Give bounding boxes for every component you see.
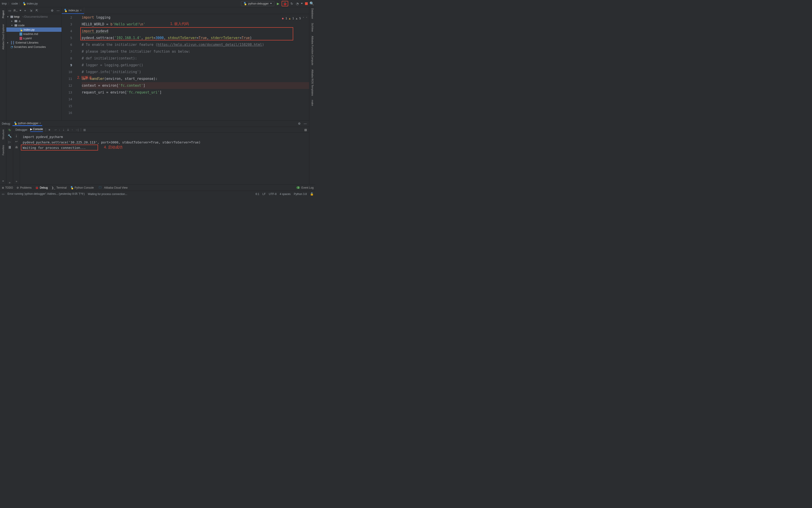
hide-icon[interactable]: —: [303, 122, 307, 126]
breadcrumb-code[interactable]: code: [11, 2, 18, 5]
code-editor[interactable]: ●1 ▲1 ▲5 ˄ ˅ import logging HELLO_WORLD …: [75, 14, 309, 120]
step-into-icon[interactable]: ↓: [59, 128, 60, 131]
chevron-down-icon[interactable]: ▾: [11, 24, 14, 27]
pause-button[interactable]: [9, 146, 11, 149]
debug-panel: Debug: python-debugger × ⚙ — ↻ 🔧 ▷ » Deb…: [0, 120, 309, 184]
event-log-tool[interactable]: Event Log: [301, 186, 314, 189]
force-step-icon[interactable]: ⇊: [67, 128, 69, 131]
warning-icon[interactable]: ▲: [289, 15, 290, 22]
collapse-all-icon[interactable]: ⇱: [35, 9, 39, 13]
evaluate-icon[interactable]: ▦: [83, 128, 86, 131]
database-tool-tab[interactable]: Database: [311, 8, 314, 19]
tree-file-index[interactable]: index.py: [6, 28, 61, 32]
resume-button[interactable]: ▷: [8, 140, 11, 144]
error-icon[interactable]: ●: [282, 15, 284, 22]
debug-config-tab[interactable]: python-debugger ×: [12, 121, 42, 126]
more-icon[interactable]: »: [16, 179, 17, 183]
select-opened-icon[interactable]: ⌖: [23, 9, 27, 13]
status-msg-2[interactable]: Waiting for process connection...: [88, 193, 127, 196]
event-count-badge: 1: [297, 186, 300, 189]
folder-icon: [10, 16, 13, 18]
alibaba-view-tool[interactable]: 〔〕Alibaba Cloud View: [97, 186, 128, 189]
tree-scratches[interactable]: ◔ Scratches and Consoles: [6, 45, 61, 49]
chevron-right-icon[interactable]: ▸: [11, 20, 14, 22]
cursor-position[interactable]: 6:1: [256, 193, 259, 196]
stop-button[interactable]: [305, 2, 308, 5]
tool-windows-icon[interactable]: ▭: [2, 193, 4, 196]
gear-icon[interactable]: ⚙: [297, 122, 301, 126]
chevron-right-icon[interactable]: ▸: [7, 41, 9, 44]
folder-icon: [14, 20, 17, 22]
tree-file-readme[interactable]: readme.md: [6, 32, 61, 36]
status-msg-1[interactable]: Error running 'python-debugger': Addres.…: [7, 192, 85, 196]
hide-icon[interactable]: —: [56, 9, 60, 13]
tree-file-syaml[interactable]: s.yaml: [6, 36, 61, 40]
step-over-icon[interactable]: ⤻: [54, 128, 56, 131]
library-icon: ║║: [10, 41, 14, 44]
gear-icon[interactable]: ⚙: [50, 9, 54, 13]
terminal-tool[interactable]: ❯_Terminal: [51, 186, 67, 189]
close-icon[interactable]: ×: [80, 9, 82, 12]
python-console-tool[interactable]: Python Console: [70, 186, 94, 189]
alibaba-ros-tab[interactable]: Alibaba ROS Templates: [311, 70, 314, 96]
python-icon: [14, 122, 17, 125]
breadcrumb-tmp[interactable]: tmp: [2, 2, 7, 5]
profile-button[interactable]: ◔: [296, 2, 299, 5]
print-icon[interactable]: 🖶: [15, 145, 18, 149]
debug-console[interactable]: import pydevd_pycharm pydevd_pycharm.set…: [20, 133, 309, 184]
weak-warning-icon[interactable]: ▲: [296, 15, 298, 22]
tree-external-libs[interactable]: ▸ ║║ External Libraries: [6, 40, 61, 45]
threads-icon[interactable]: ≡: [49, 128, 50, 131]
run-button[interactable]: ▶: [276, 2, 280, 5]
debug-tool[interactable]: 🐞Debug: [35, 186, 48, 189]
console-tab[interactable]: ▶ Console: [30, 128, 43, 132]
annotation-2: 2. 打断点: [77, 74, 92, 81]
debug-button[interactable]: 🐞: [282, 1, 288, 6]
interpreter[interactable]: Python 3.8: [294, 193, 307, 196]
more-icon[interactable]: »: [9, 181, 11, 184]
view-mode-dropdown[interactable]: [19, 10, 21, 11]
alibaba-icon: 〔〕: [97, 186, 103, 189]
step-out-icon[interactable]: ↑: [72, 128, 73, 131]
breadcrumb[interactable]: tmp 〉 code 〉 index.py: [2, 2, 38, 6]
tree-root[interactable]: ▾ tmp ~/Documents/demo: [6, 14, 61, 19]
alibaba-explorer-tab[interactable]: Alibaba Cloud Explorer: [2, 24, 5, 50]
more-run-options[interactable]: [301, 3, 303, 4]
annotation-box-1: [80, 27, 293, 40]
prev-highlight-icon[interactable]: ˄: [303, 15, 304, 22]
expand-all-icon[interactable]: ⇲: [29, 9, 33, 13]
tree-folder-s[interactable]: ▸ .s: [6, 19, 61, 23]
indent-setting[interactable]: 4 spaces: [280, 193, 291, 196]
run-to-cursor-icon[interactable]: →|: [75, 128, 79, 131]
editor-tab-index[interactable]: index.py ×: [62, 7, 84, 14]
file-encoding[interactable]: UTF-8: [269, 193, 277, 196]
markdown-icon: [19, 33, 22, 36]
lock-icon[interactable]: 🔓: [310, 192, 314, 196]
line-separator[interactable]: LF: [263, 193, 266, 196]
close-icon[interactable]: ×: [39, 122, 41, 125]
sciview-tool-tab[interactable]: SciView: [311, 23, 314, 32]
step-into-my-icon[interactable]: ⇣: [62, 128, 65, 131]
run-with-coverage-button[interactable]: ↻: [290, 2, 294, 5]
todo-tool[interactable]: ≣TODO: [2, 186, 13, 189]
alibaba-fc-tab[interactable]: Alibaba Function Compute: [311, 36, 314, 66]
rerun-button[interactable]: ↻: [8, 128, 11, 132]
tree-folder-code[interactable]: ▾ code: [6, 23, 61, 28]
breadcrumb-file[interactable]: index.py: [27, 2, 38, 5]
problems-tool[interactable]: ⊘Problems: [16, 186, 32, 189]
chevron-down-icon[interactable]: ▾: [7, 15, 9, 18]
editor-gutter[interactable]: 2 3 4 5 6 7 8 9 10 11 12 13 14 15 16: [62, 14, 75, 120]
project-tool-tab[interactable]: Project: [1, 9, 5, 19]
next-highlight-icon[interactable]: ˅: [306, 15, 307, 22]
annotation-4: 4. 启动成功: [104, 144, 123, 150]
scroll-end-icon[interactable]: ⭳: [15, 134, 18, 137]
make-tool-tab[interactable]: make: [311, 100, 314, 106]
layout-settings-icon[interactable]: ▤: [304, 128, 307, 131]
modify-run-config-button[interactable]: 🔧: [8, 134, 11, 138]
run-config-selector[interactable]: python-debugger: [241, 1, 274, 6]
search-icon[interactable]: 🔍: [310, 2, 314, 5]
debugger-tab[interactable]: Debugger: [15, 128, 28, 131]
project-tree[interactable]: ▭ P... ⌖ ⇲ ⇱ ⚙ — ▾ tmp ~/Documents/demo …: [6, 7, 62, 120]
soft-wrap-icon[interactable]: ↩: [15, 140, 18, 143]
python-icon: [19, 28, 23, 31]
